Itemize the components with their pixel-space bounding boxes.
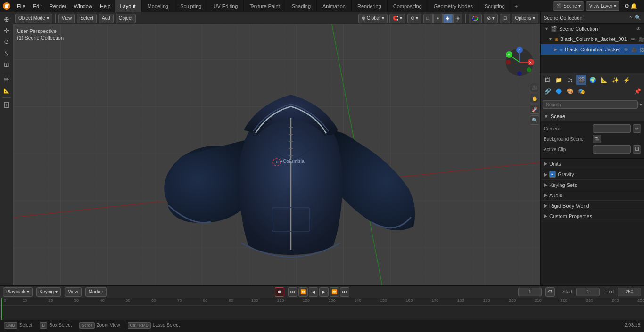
jacket-coll-cam[interactable]: 🎥 <box>638 37 644 42</box>
start-frame-input[interactable] <box>576 288 600 296</box>
outliner-search-icon[interactable]: 🔍 <box>635 15 641 21</box>
object-menu[interactable]: Object <box>116 14 136 23</box>
view-hand[interactable]: ✋ <box>530 94 539 103</box>
options-button[interactable]: Options ▾ <box>512 14 538 23</box>
menu-help[interactable]: Help <box>96 0 115 12</box>
menu-window[interactable]: Window <box>70 0 96 12</box>
jump-end-button[interactable]: ⏭ <box>340 287 349 297</box>
tool-rotate[interactable]: ↺ <box>1 37 12 47</box>
props-tab-particles[interactable]: ✨ <box>610 75 620 85</box>
tab-geometry-nodes[interactable]: Geometry Nodes <box>428 0 479 12</box>
select-menu[interactable]: Select <box>77 14 97 23</box>
tab-texture-paint[interactable]: Texture Paint <box>244 0 286 12</box>
audio-section[interactable]: ▶ Audio <box>541 190 644 201</box>
tool-move[interactable]: ✛ <box>1 25 12 36</box>
gravity-section[interactable]: ▶ Gravity <box>541 169 644 180</box>
props-tab-viewlayer[interactable]: 🗂 <box>565 75 575 85</box>
camera-edit-icon[interactable]: ✏ <box>633 124 641 133</box>
tab-layout[interactable]: Layout <box>115 0 142 12</box>
rigid-body-world-section[interactable]: ▶ Rigid Body World <box>541 201 644 211</box>
view-menu[interactable]: View <box>58 14 75 23</box>
tool-transform[interactable]: ⊞ <box>1 59 12 70</box>
search-results-toggle[interactable]: ▾ <box>640 102 642 107</box>
props-tab-render[interactable]: 🖼 <box>542 75 553 85</box>
gravity-checkbox[interactable] <box>549 171 556 178</box>
solid-shading[interactable]: ● <box>433 14 443 23</box>
tool-measure[interactable]: 📐 <box>1 85 12 96</box>
transform-orientation[interactable]: ⊕ Global ▾ <box>358 14 388 23</box>
tab-shading[interactable]: Shading <box>286 0 317 12</box>
tab-scripting[interactable]: Scripting <box>479 0 511 12</box>
gizmo-toggle[interactable] <box>469 14 482 23</box>
jacket-render[interactable]: 🖼 <box>640 47 644 52</box>
viewport-3d[interactable]: Object Mode ▾ View Select Add Object ⊕ G… <box>13 12 540 285</box>
snap-toggle[interactable]: 🧲 ▾ <box>389 14 405 23</box>
navigation-gizmo[interactable]: X Y Z <box>503 45 537 80</box>
outliner-filter-icon[interactable]: ⚬ <box>628 15 633 21</box>
props-tab-scene[interactable]: 🎬 <box>576 75 586 85</box>
tab-animation[interactable]: Animation <box>317 0 352 12</box>
view-button-timeline[interactable]: View <box>65 287 82 297</box>
object-mode-selector[interactable]: Object Mode ▾ <box>15 14 52 23</box>
keying-button[interactable]: Keying ▾ <box>36 287 61 297</box>
jacket-eye[interactable]: 👁 <box>624 47 628 52</box>
jump-start-button[interactable]: ⏮ <box>288 287 297 297</box>
step-back-button[interactable]: ◀ <box>309 287 318 297</box>
outliner-jacket-mesh[interactable]: ▶ ◈ Black_Columbia_Jacket 👁 🎥 🖼 <box>541 44 644 55</box>
xray-toggle[interactable]: ⊡ <box>500 14 510 23</box>
play-forward-button[interactable]: ▶ <box>319 287 329 297</box>
tab-uv-editing[interactable]: UV Editing <box>207 0 244 12</box>
view-camera[interactable]: 🎥 <box>530 83 539 92</box>
camera-value[interactable] <box>593 124 631 133</box>
props-tab-object[interactable]: 📐 <box>599 75 609 85</box>
tool-cursor[interactable]: ⊕ <box>1 14 12 24</box>
outliner-collection-item[interactable]: ▼ 🎬 Scene Collection 👁 <box>541 24 644 34</box>
overlay-toggle[interactable]: ⊘ ▾ <box>484 14 498 23</box>
props-tab-mesh[interactable]: 🔷 <box>553 86 564 97</box>
scene-section-header[interactable]: ▼ Scene <box>541 111 644 121</box>
tab-add-button[interactable]: + <box>511 0 521 12</box>
tab-modeling[interactable]: Modeling <box>142 0 175 12</box>
props-tab-output[interactable]: 📁 <box>553 75 564 85</box>
props-tab-texture[interactable]: 🎭 <box>576 86 586 97</box>
active-clip-icon[interactable]: 🎞 <box>633 145 641 154</box>
proportional-edit[interactable]: ⊙ ▾ <box>407 14 421 23</box>
scene-selector[interactable]: 🎬 Scene ▾ <box>553 1 584 11</box>
menu-render[interactable]: Render <box>46 0 70 12</box>
wireframe-shading[interactable]: □ <box>423 14 433 23</box>
render-shading[interactable]: ◈ <box>453 14 462 23</box>
outliner-jacket-collection[interactable]: ▼ ⊞ Black_Columbia_Jacket_001 👁 🎥 🖼 <box>541 34 644 44</box>
tool-add-cube[interactable] <box>1 100 12 110</box>
units-section[interactable]: ▶ Units <box>541 159 644 169</box>
properties-search-input[interactable] <box>543 100 638 109</box>
menu-edit[interactable]: Edit <box>29 0 46 12</box>
view-layer-selector[interactable]: View Layer ▾ <box>586 1 619 11</box>
playback-button[interactable]: Playback ▾ <box>3 287 33 297</box>
keying-sets-section[interactable]: ▶ Keying Sets <box>541 180 644 190</box>
active-clip-value[interactable] <box>593 145 631 154</box>
view-fly[interactable]: 🚀 <box>530 105 539 114</box>
record-button[interactable]: ⏺ <box>275 287 284 297</box>
add-menu[interactable]: Add <box>99 14 114 23</box>
custom-properties-section[interactable]: ▶ Custom Properties <box>541 211 644 221</box>
tab-sculpting[interactable]: Sculpting <box>174 0 207 12</box>
current-frame-input[interactable] <box>518 288 542 296</box>
tool-scale[interactable]: ⤡ <box>1 48 12 58</box>
timeline-bar[interactable]: 0 10 20 30 40 50 60 70 80 90 100 110 120… <box>0 298 644 320</box>
scene-eye-icon[interactable]: 👁 <box>636 26 641 32</box>
view-zoom[interactable]: 🔍 <box>530 115 539 125</box>
props-tab-constraints[interactable]: 🔗 <box>542 86 553 97</box>
tab-rendering[interactable]: Rendering <box>352 0 388 12</box>
marker-button[interactable]: Marker <box>85 287 107 297</box>
end-frame-input[interactable] <box>618 288 641 296</box>
props-tab-material[interactable]: 🎨 <box>565 86 575 97</box>
jacket-cam[interactable]: 🎥 <box>631 47 637 52</box>
props-tab-world[interactable]: 🌍 <box>587 75 598 85</box>
tool-annotate[interactable]: ✏ <box>1 74 12 84</box>
tab-compositing[interactable]: Compositing <box>388 0 428 12</box>
props-pin[interactable]: 📌 <box>632 86 643 97</box>
material-shading[interactable]: ◉ <box>443 14 453 23</box>
step-forward-button[interactable]: ⏩ <box>330 287 339 297</box>
menu-file[interactable]: File <box>13 0 29 12</box>
background-scene-icon[interactable]: 🎬 <box>593 135 601 143</box>
